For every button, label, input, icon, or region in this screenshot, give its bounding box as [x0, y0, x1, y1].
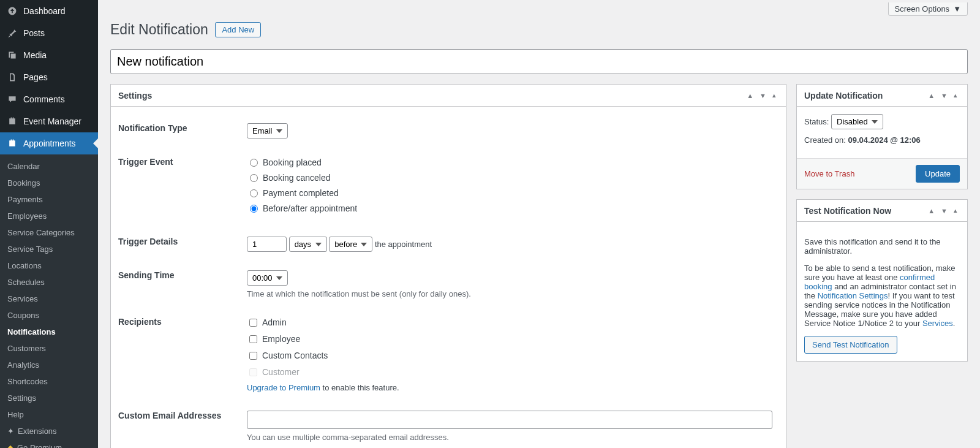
pages-icon [6, 71, 18, 83]
dashboard-icon [6, 5, 18, 17]
panel-heading: Settings [118, 91, 152, 101]
custom-email-hint: You can use multiple comma-separated ema… [247, 433, 772, 442]
submenu-customers[interactable]: Customers [0, 340, 98, 357]
trigger-option-canceled[interactable]: Booking canceled [247, 172, 772, 183]
submenu-service-categories[interactable]: Service Categories [0, 224, 98, 241]
move-up-button[interactable]: ▲ [925, 89, 937, 102]
menu-item-dashboard[interactable]: Dashboard [0, 0, 98, 22]
page-title: Edit Notification [110, 16, 208, 40]
menu-item-appointments[interactable]: Appointments [0, 132, 98, 154]
submenu-extensions[interactable]: ✦Extensions [0, 423, 98, 439]
menu-label: Posts [23, 28, 45, 38]
panel-heading: Test Notification Now [804, 206, 891, 216]
content-area: Screen Options▼ Edit Notification Add Ne… [98, 0, 980, 448]
move-to-trash-link[interactable]: Move to Trash [804, 169, 854, 178]
move-down-button[interactable]: ▼ [938, 204, 950, 217]
send-test-button[interactable]: Send Test Notification [804, 336, 897, 354]
submenu-coupons[interactable]: Coupons [0, 307, 98, 324]
trigger-option-payment[interactable]: Payment completed [247, 188, 772, 198]
wand-icon: ✦ [7, 427, 14, 436]
sending-time-hint: Time at which the notification must be s… [247, 289, 772, 298]
media-icon [6, 49, 18, 61]
menu-item-event-manager[interactable]: Event Manager [0, 110, 98, 132]
update-box: Update Notification ▲ ▼ ▴ Status: Disabl… [796, 84, 968, 189]
label-custom-email: Custom Email Addresses [118, 401, 241, 448]
sending-time-select[interactable]: 00:00 [247, 270, 288, 286]
submenu-notifications[interactable]: Notifications [0, 324, 98, 340]
label-recipients: Recipients [118, 308, 241, 401]
chevron-down-icon: ▼ [953, 4, 961, 13]
test-intro: Save this notification and send it to th… [804, 237, 960, 256]
notification-settings-link[interactable]: Notification Settings [818, 291, 888, 300]
trigger-suffix: the appointment [375, 240, 432, 249]
settings-panel: Settings ▲ ▼ ▴ Notification Type Email [110, 84, 786, 448]
created-label: Created on: [804, 135, 848, 145]
move-up-button[interactable]: ▲ [925, 204, 937, 217]
menu-label: Event Manager [23, 116, 81, 126]
trigger-unit-select[interactable]: days [289, 237, 327, 252]
submenu-help[interactable]: Help [0, 406, 98, 423]
calendar-icon [6, 115, 18, 127]
diamond-icon: ◆ [7, 443, 13, 448]
menu-label: Comments [23, 94, 65, 104]
toggle-panel-button[interactable]: ▴ [951, 204, 960, 217]
recipient-customer-disabled: Customer [247, 366, 772, 378]
menu-item-pages[interactable]: Pages [0, 66, 98, 88]
update-button[interactable]: Update [916, 165, 960, 183]
panel-heading: Update Notification [804, 91, 883, 101]
submenu-analytics[interactable]: Analytics [0, 357, 98, 373]
submenu-schedules[interactable]: Schedules [0, 274, 98, 290]
menu-label: Pages [23, 72, 48, 82]
created-value: 09.04.2024 @ 12:06 [848, 135, 921, 145]
move-down-button[interactable]: ▼ [757, 89, 769, 102]
label-notification-type: Notification Type [118, 114, 241, 148]
submenu: Calendar Bookings Payments Employees Ser… [0, 154, 98, 448]
menu-label: Extensions [18, 427, 57, 436]
notification-title-input[interactable] [110, 49, 968, 74]
submenu-gopremium[interactable]: ◆Go Premium [0, 439, 98, 448]
custom-email-input[interactable] [247, 411, 772, 429]
trigger-option-before-after[interactable]: Before/after appointment [247, 203, 772, 213]
recipient-custom-contacts[interactable]: Custom Contacts [247, 350, 772, 362]
upgrade-premium-link[interactable]: Upgrade to Premium [247, 383, 320, 392]
submenu-settings[interactable]: Settings [0, 390, 98, 406]
submenu-service-tags[interactable]: Service Tags [0, 241, 98, 257]
label-sending-time: Sending Time [118, 261, 241, 308]
trigger-when-select[interactable]: before [329, 237, 372, 252]
move-up-button[interactable]: ▲ [744, 89, 756, 102]
menu-item-posts[interactable]: Posts [0, 22, 98, 44]
label: Screen Options [895, 4, 950, 13]
label-trigger-details: Trigger Details [118, 227, 241, 261]
status-label: Status: [804, 117, 829, 126]
menu-label: Appointments [23, 139, 76, 148]
submenu-employees[interactable]: Employees [0, 208, 98, 224]
screen-options-button[interactable]: Screen Options▼ [888, 2, 968, 16]
submenu-locations[interactable]: Locations [0, 257, 98, 274]
add-new-button[interactable]: Add New [215, 22, 261, 37]
submenu-bookings[interactable]: Bookings [0, 175, 98, 191]
recipient-employee[interactable]: Employee [247, 333, 772, 345]
submenu-payments[interactable]: Payments [0, 191, 98, 208]
move-down-button[interactable]: ▼ [938, 89, 950, 102]
submenu-shortcodes[interactable]: Shortcodes [0, 373, 98, 390]
menu-item-media[interactable]: Media [0, 44, 98, 66]
notification-type-select[interactable]: Email [247, 123, 288, 139]
test-help: To be able to send a test notification, … [804, 264, 960, 328]
trigger-option-placed[interactable]: Booking placed [247, 157, 772, 167]
menu-item-comments[interactable]: Comments [0, 88, 98, 110]
services-link[interactable]: Services [922, 319, 953, 328]
menu-label: Media [23, 50, 47, 60]
toggle-panel-button[interactable]: ▴ [951, 89, 960, 102]
toggle-panel-button[interactable]: ▴ [770, 89, 778, 102]
submenu-calendar[interactable]: Calendar [0, 158, 98, 175]
comment-icon [6, 93, 18, 105]
submenu-services[interactable]: Services [0, 290, 98, 307]
recipient-admin[interactable]: Admin [247, 317, 772, 328]
menu-label: Dashboard [23, 6, 66, 16]
label-trigger-event: Trigger Event [118, 148, 241, 227]
trigger-number-input[interactable] [247, 237, 287, 252]
admin-sidebar: Dashboard Posts Media Pages Comments Eve… [0, 0, 98, 448]
upgrade-suffix: to enable this feature. [320, 383, 399, 392]
calendar-icon [6, 137, 18, 150]
status-select[interactable]: Disabled [831, 114, 883, 129]
